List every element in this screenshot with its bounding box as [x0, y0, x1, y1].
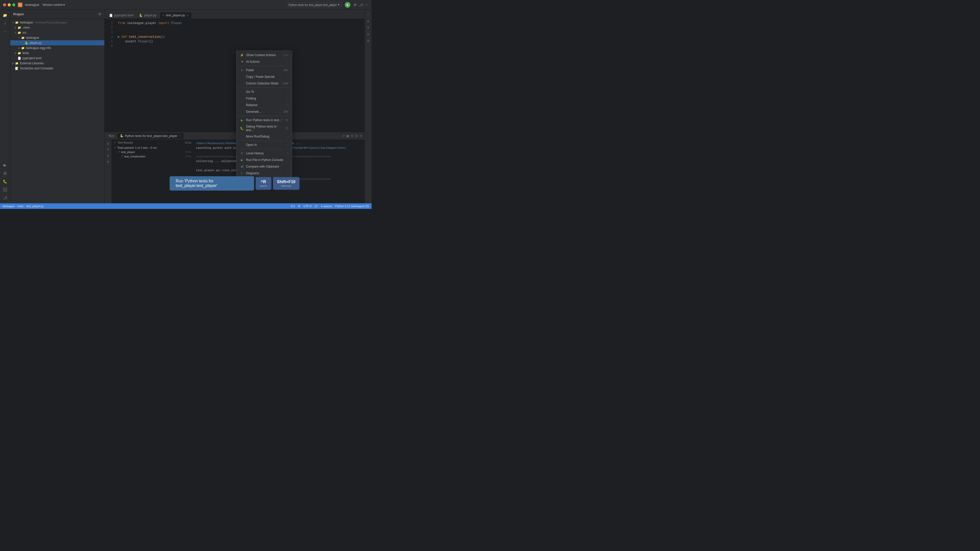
right-icon-filter[interactable]: ⊟ — [366, 32, 371, 37]
tab-icon-toml: 📄 — [109, 14, 113, 17]
goto-arrow: › — [287, 90, 288, 94]
expand-icon[interactable]: ⊞ — [106, 159, 111, 164]
menu-item-generate[interactable]: Generate... ⌘N — [236, 108, 292, 115]
project-name[interactable]: laxleague — [25, 3, 39, 6]
top-bar: L laxleague Version control ▾ Python tes… — [0, 0, 372, 10]
test-item-group[interactable]: ✓ test_player 0 ms — [112, 150, 193, 154]
diagrams-icon: ⬡ — [240, 171, 244, 175]
sidebar-item-terminal[interactable]: ⬛ — [2, 186, 9, 193]
tab-pyproject[interactable]: 📄 pyproject.toml — [107, 12, 137, 19]
kbd-key2-label: Shift+F10 — [277, 179, 295, 184]
tree-item-pyproject[interactable]: 📄 pyproject.toml — [10, 56, 104, 61]
menu-item-debug-tests[interactable]: 🐛 Debug 'Python tests in test...' ^D — [236, 124, 292, 133]
status-encoding-icon[interactable]: ⚙ — [298, 205, 301, 208]
menu-item-compare[interactable]: ⊟ Compare with Clipboard — [236, 163, 292, 170]
tree-item-venv[interactable]: ▶ 📁 .venv — [10, 25, 104, 30]
minimize-button[interactable] — [8, 3, 11, 6]
menu-item-run-console[interactable]: ▶ Run File in Python Console — [236, 157, 292, 163]
menu-item-ai[interactable]: ✦ AI Actions › — [236, 59, 292, 65]
menu-item-diagrams[interactable]: ⬡ Diagrams › — [236, 170, 292, 176]
top-icons: ⚙ ⎇ ⋯ — [353, 3, 369, 7]
menu-item-open-in[interactable]: Open In › — [236, 141, 292, 148]
tree-item-egg[interactable]: ▶ 📁 laxleague.egg-info — [10, 45, 104, 51]
tree-item-scratches[interactable]: 📝 Scratches and Consoles — [10, 66, 104, 71]
maximize-button[interactable] — [12, 3, 15, 6]
filter-icon[interactable]: ⊟ — [351, 134, 353, 138]
tree-item-laxleague[interactable]: ▼ 📁 laxleague — [10, 35, 104, 40]
rerun-icon[interactable]: ↺ — [342, 134, 345, 138]
sidebar-item-more[interactable]: ⋯ — [2, 28, 9, 35]
sidebar-item-commit[interactable]: ✓ — [2, 20, 9, 27]
sidebar-item-project[interactable]: 📁 — [2, 12, 9, 19]
status-python[interactable]: Python 3.12 (laxleague) (6) — [335, 205, 369, 208]
status-indent[interactable]: 4 spaces — [321, 205, 332, 208]
menu-item-column[interactable]: Column Selection Mode ⇧⌘8 — [236, 80, 292, 87]
run-config-selector[interactable]: Python tests for test_player.test_player… — [286, 2, 342, 7]
tab-test-player[interactable]: ✓ test_player.py ✕ — [159, 12, 192, 19]
right-icon-compare[interactable]: ⊞ — [366, 38, 371, 43]
breadcrumb-tests[interactable]: tests — [18, 205, 24, 208]
tree-label-egg: laxleague.egg-info — [26, 46, 51, 50]
status-encoding[interactable]: UTF-8 — [304, 205, 311, 208]
history-arrow: › — [287, 151, 288, 155]
bottom-tabs: Run 🐍 Python tests for test_player.test_… — [105, 132, 364, 140]
tab-close-icon[interactable]: ✕ — [186, 14, 189, 17]
close-panel-icon[interactable]: ✕ — [360, 134, 363, 138]
panel-settings-icon[interactable]: ⚙ — [98, 12, 101, 16]
sidebar-item-debug[interactable]: 🐛 — [2, 178, 9, 185]
status-line-sep[interactable]: LF — [314, 205, 318, 208]
test-item-passed[interactable]: ✓ Tests passed: 1 of 1 test – 0 ms — [112, 145, 193, 150]
tree-item-root[interactable]: ▼ 📁 laxleague ~/PycharmProjects/laxleagu… — [10, 20, 104, 25]
tree-item-tests[interactable]: ▶ 📁 tests — [10, 51, 104, 56]
right-icon-scroll-down[interactable]: ▼ — [366, 25, 371, 30]
filter-tests-icon[interactable]: ⊟ — [106, 153, 111, 158]
breadcrumb-file[interactable]: test_player.py — [27, 205, 44, 208]
run-button[interactable] — [345, 2, 350, 8]
test-group-ms: 0 ms — [186, 151, 191, 153]
sidebar-item-run[interactable]: ▶ — [2, 162, 9, 168]
code-line-2 — [118, 25, 361, 30]
scroll-down-icon[interactable]: ▼ — [106, 147, 111, 152]
menu-item-copy-paste[interactable]: Copy / Paste Special › — [236, 73, 292, 80]
menu-item-more-run[interactable]: More Run/Debug › — [236, 133, 292, 140]
tree-item-ext-libs[interactable]: ▶ 📁 External Libraries — [10, 61, 104, 66]
stop-icon[interactable]: ◼ — [346, 134, 349, 138]
test-item-construction[interactable]: ✓ test_construction 0 ms — [112, 154, 193, 159]
menu-item-show-context[interactable]: ⚡ Show Context Actions ⌥↩ — [236, 52, 292, 59]
bottom-tab-run[interactable]: 🐍 Python tests for test_player.test_play… — [118, 133, 183, 139]
run-tab-close[interactable]: ✕ — [179, 135, 181, 137]
tree-label-player: player.py — [30, 41, 42, 44]
menu-shortcut-run: ^R — [285, 119, 288, 122]
scroll-up-icon[interactable]: ▲ — [106, 141, 111, 146]
menu-divider-1 — [236, 66, 292, 66]
test-results-header: ✓ Test Results 0 ms — [112, 140, 193, 145]
kbd-key1-sub: macOS — [259, 185, 267, 187]
close-button[interactable] — [3, 3, 6, 6]
right-icon-check[interactable]: ✓ — [366, 12, 371, 17]
menu-label-goto: Go To — [246, 90, 254, 94]
menu-item-goto[interactable]: Go To › — [236, 89, 292, 95]
code-editor[interactable]: 1 2 3 4 5 6 from laxleague.player import… — [105, 19, 364, 132]
more-icon[interactable]: ⋯ — [365, 3, 369, 7]
right-icon-scroll-up[interactable]: ▲ — [366, 18, 371, 24]
breadcrumb-laxleague[interactable]: laxleague — [3, 205, 14, 208]
run-gutter-icon[interactable]: ▶ — [118, 35, 120, 39]
menu-item-run-tests[interactable]: ▶ Run 'Python tests in test...' ^R — [236, 117, 292, 124]
menu-item-refactor[interactable]: Refactor › — [236, 102, 292, 108]
sidebar-item-services[interactable]: ⊞ — [2, 170, 9, 177]
status-position[interactable]: 6:1 — [291, 205, 295, 208]
tree-item-src[interactable]: ▼ 📁 src — [10, 30, 104, 35]
tree-item-player-py[interactable]: 🐍 player.py — [10, 40, 104, 45]
code-line-1: from laxleague.player import Player — [118, 21, 361, 25]
test-time: 0 ms — [185, 141, 191, 144]
menu-item-paste[interactable]: ⎘ Paste ⌘V — [236, 67, 292, 73]
vc-badge[interactable]: Version control ▾ — [42, 3, 65, 6]
tab-player[interactable]: 🐍 player.py — [137, 12, 159, 19]
sidebar-item-git[interactable]: ⎇ — [2, 194, 9, 201]
build-icon[interactable]: ⚙ — [353, 3, 357, 7]
settings-icon[interactable]: ⚙ — [355, 134, 358, 138]
menu-item-folding[interactable]: Folding › — [236, 95, 292, 102]
menu-item-local-history[interactable]: ⏱ Local History › — [236, 150, 292, 157]
kbd-key1-label: ^R — [261, 179, 266, 184]
git-icon[interactable]: ⎇ — [359, 3, 363, 7]
